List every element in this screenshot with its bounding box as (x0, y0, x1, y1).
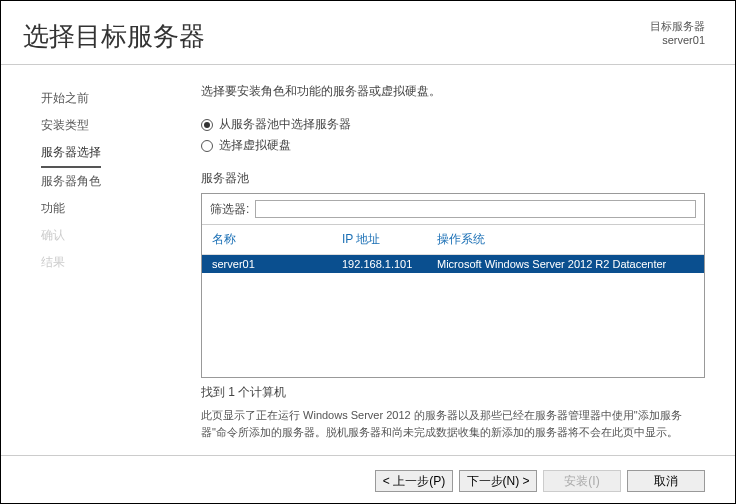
wizard-header: 选择目标服务器 目标服务器 server01 (1, 1, 735, 65)
wizard-footer: < 上一步(P) 下一步(N) > 安装(I) 取消 (1, 455, 735, 504)
radio-row-pool[interactable]: 从服务器池中选择服务器 (201, 114, 705, 135)
server-table-header: 名称 IP 地址 操作系统 (202, 225, 704, 255)
table-row[interactable]: server01 192.168.1.101 Microsoft Windows… (202, 255, 704, 273)
next-button[interactable]: 下一步(N) > (459, 470, 537, 492)
sidebar-step-server-roles[interactable]: 服务器角色 (41, 168, 154, 195)
column-header-ip[interactable]: IP 地址 (342, 231, 437, 248)
previous-button[interactable]: < 上一步(P) (375, 470, 453, 492)
destination-value: server01 (650, 34, 705, 46)
cancel-button[interactable]: 取消 (627, 470, 705, 492)
sidebar-step-confirmation: 确认 (41, 222, 154, 249)
cell-name: server01 (212, 258, 342, 270)
filter-label: 筛选器: (210, 201, 249, 218)
sidebar-step-results: 结果 (41, 249, 154, 276)
radio-label-pool: 从服务器池中选择服务器 (219, 116, 351, 133)
server-pool-label: 服务器池 (201, 170, 705, 187)
radio-button-icon (201, 119, 213, 131)
wizard-main: 选择要安装角色和功能的服务器或虚拟硬盘。 从服务器池中选择服务器 选择虚拟硬盘 … (166, 65, 735, 455)
filter-row: 筛选器: (202, 194, 704, 225)
cell-ip: 192.168.1.101 (342, 258, 437, 270)
destination-label: 目标服务器 (650, 19, 705, 34)
server-pool-box: 筛选器: 名称 IP 地址 操作系统 server01 192.168.1.10… (201, 193, 705, 378)
selection-radio-group: 从服务器池中选择服务器 选择虚拟硬盘 (201, 114, 705, 156)
sidebar-step-features[interactable]: 功能 (41, 195, 154, 222)
page-title: 选择目标服务器 (23, 19, 205, 54)
install-button: 安装(I) (543, 470, 621, 492)
sidebar-step-before-you-begin[interactable]: 开始之前 (41, 85, 154, 112)
radio-button-icon (201, 140, 213, 152)
page-description: 此页显示了正在运行 Windows Server 2012 的服务器以及那些已经… (201, 407, 705, 440)
column-header-os[interactable]: 操作系统 (437, 231, 694, 248)
sidebar-step-installation-type[interactable]: 安装类型 (41, 112, 154, 139)
instruction-text: 选择要安装角色和功能的服务器或虚拟硬盘。 (201, 83, 705, 100)
computer-count: 找到 1 个计算机 (201, 384, 705, 401)
wizard-sidebar: 开始之前 安装类型 服务器选择 服务器角色 功能 确认 结果 (1, 65, 166, 455)
sidebar-step-server-selection[interactable]: 服务器选择 (41, 139, 101, 168)
column-header-name[interactable]: 名称 (212, 231, 342, 248)
filter-input[interactable] (255, 200, 696, 218)
destination-server-block: 目标服务器 server01 (650, 19, 705, 54)
cell-os: Microsoft Windows Server 2012 R2 Datacen… (437, 258, 694, 270)
radio-row-vhd[interactable]: 选择虚拟硬盘 (201, 135, 705, 156)
radio-label-vhd: 选择虚拟硬盘 (219, 137, 291, 154)
